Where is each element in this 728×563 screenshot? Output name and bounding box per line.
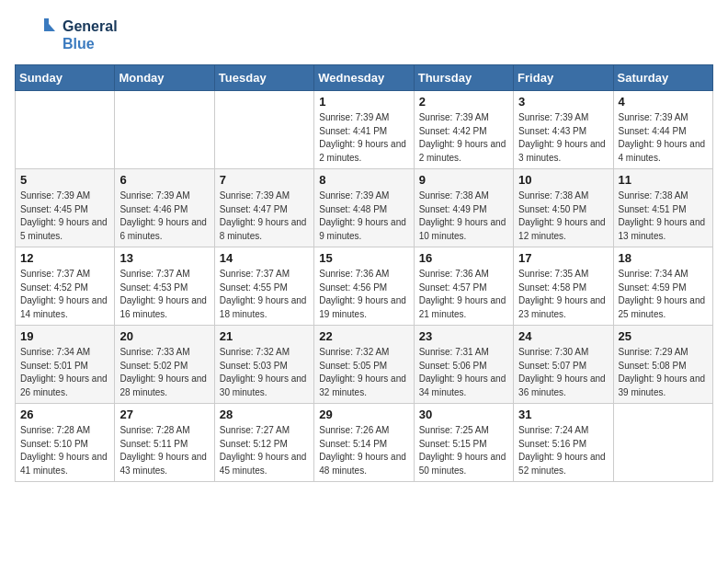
calendar-cell: 20Sunrise: 7:33 AM Sunset: 5:02 PM Dayli… xyxy=(115,326,214,404)
calendar-cell: 8Sunrise: 7:39 AM Sunset: 4:48 PM Daylig… xyxy=(314,169,414,247)
day-number: 19 xyxy=(20,329,109,343)
day-info: Sunrise: 7:32 AM Sunset: 5:03 PM Dayligh… xyxy=(220,346,309,399)
calendar-cell: 26Sunrise: 7:28 AM Sunset: 5:10 PM Dayli… xyxy=(16,404,115,482)
day-info: Sunrise: 7:27 AM Sunset: 5:12 PM Dayligh… xyxy=(220,424,309,477)
weekday-header-sunday: Sunday xyxy=(16,65,115,91)
svg-rect-1 xyxy=(44,18,49,31)
calendar-cell: 18Sunrise: 7:34 AM Sunset: 4:59 PM Dayli… xyxy=(613,247,712,326)
calendar-cell: 30Sunrise: 7:25 AM Sunset: 5:15 PM Dayli… xyxy=(414,404,513,482)
calendar-cell: 24Sunrise: 7:30 AM Sunset: 5:07 PM Dayli… xyxy=(514,326,613,404)
day-info: Sunrise: 7:34 AM Sunset: 4:59 PM Dayligh… xyxy=(619,268,708,321)
calendar-cell: 31Sunrise: 7:24 AM Sunset: 5:16 PM Dayli… xyxy=(514,404,613,482)
day-number: 25 xyxy=(619,329,708,343)
calendar-cell: 15Sunrise: 7:36 AM Sunset: 4:56 PM Dayli… xyxy=(314,247,414,326)
day-info: Sunrise: 7:39 AM Sunset: 4:46 PM Dayligh… xyxy=(119,190,209,243)
day-info: Sunrise: 7:39 AM Sunset: 4:44 PM Dayligh… xyxy=(619,111,708,165)
week-row-1: 1Sunrise: 7:39 AM Sunset: 4:41 PM Daylig… xyxy=(16,91,713,169)
weekday-header-friday: Friday xyxy=(514,65,613,91)
calendar-cell: 1Sunrise: 7:39 AM Sunset: 4:41 PM Daylig… xyxy=(314,91,414,169)
day-number: 1 xyxy=(319,95,408,109)
day-info: Sunrise: 7:39 AM Sunset: 4:42 PM Dayligh… xyxy=(419,111,508,165)
day-info: Sunrise: 7:36 AM Sunset: 4:56 PM Dayligh… xyxy=(319,268,408,321)
calendar-cell: 25Sunrise: 7:29 AM Sunset: 5:08 PM Dayli… xyxy=(613,326,712,404)
day-info: Sunrise: 7:39 AM Sunset: 4:43 PM Dayligh… xyxy=(518,111,608,165)
calendar-cell: 17Sunrise: 7:35 AM Sunset: 4:58 PM Dayli… xyxy=(514,247,613,326)
day-number: 16 xyxy=(419,251,508,265)
day-number: 24 xyxy=(518,329,608,343)
page-header: GeneralBlue xyxy=(15,15,713,55)
weekday-header-thursday: Thursday xyxy=(414,65,513,91)
day-number: 31 xyxy=(518,408,608,421)
day-number: 2 xyxy=(419,95,508,109)
day-info: Sunrise: 7:31 AM Sunset: 5:06 PM Dayligh… xyxy=(419,346,508,399)
calendar-cell: 19Sunrise: 7:34 AM Sunset: 5:01 PM Dayli… xyxy=(16,326,115,404)
day-number: 12 xyxy=(20,251,109,265)
day-number: 23 xyxy=(419,329,508,343)
week-row-3: 12Sunrise: 7:37 AM Sunset: 4:52 PM Dayli… xyxy=(16,247,713,326)
calendar-cell: 5Sunrise: 7:39 AM Sunset: 4:45 PM Daylig… xyxy=(16,169,115,247)
day-info: Sunrise: 7:39 AM Sunset: 4:45 PM Dayligh… xyxy=(20,190,109,243)
calendar-table: SundayMondayTuesdayWednesdayThursdayFrid… xyxy=(15,64,713,482)
calendar-cell: 4Sunrise: 7:39 AM Sunset: 4:44 PM Daylig… xyxy=(613,91,712,169)
day-info: Sunrise: 7:37 AM Sunset: 4:52 PM Dayligh… xyxy=(20,268,109,321)
day-number: 18 xyxy=(619,251,708,265)
weekday-header-monday: Monday xyxy=(115,65,214,91)
calendar-cell: 10Sunrise: 7:38 AM Sunset: 4:50 PM Dayli… xyxy=(514,169,613,247)
day-info: Sunrise: 7:39 AM Sunset: 4:47 PM Dayligh… xyxy=(220,190,309,243)
calendar-cell: 6Sunrise: 7:39 AM Sunset: 4:46 PM Daylig… xyxy=(115,169,214,247)
day-number: 28 xyxy=(220,408,309,421)
day-info: Sunrise: 7:38 AM Sunset: 4:50 PM Dayligh… xyxy=(518,190,608,243)
day-number: 15 xyxy=(319,251,408,265)
day-number: 5 xyxy=(20,173,109,187)
calendar-cell: 7Sunrise: 7:39 AM Sunset: 4:47 PM Daylig… xyxy=(214,169,313,247)
day-info: Sunrise: 7:26 AM Sunset: 5:14 PM Dayligh… xyxy=(319,424,408,477)
calendar-cell: 12Sunrise: 7:37 AM Sunset: 4:52 PM Dayli… xyxy=(16,247,115,326)
day-info: Sunrise: 7:38 AM Sunset: 4:51 PM Dayligh… xyxy=(619,190,708,243)
day-info: Sunrise: 7:37 AM Sunset: 4:53 PM Dayligh… xyxy=(119,268,209,321)
day-info: Sunrise: 7:33 AM Sunset: 5:02 PM Dayligh… xyxy=(119,346,209,399)
calendar-cell: 23Sunrise: 7:31 AM Sunset: 5:06 PM Dayli… xyxy=(414,326,513,404)
day-number: 11 xyxy=(619,173,708,187)
day-number: 6 xyxy=(119,173,209,187)
week-row-2: 5Sunrise: 7:39 AM Sunset: 4:45 PM Daylig… xyxy=(16,169,713,247)
day-info: Sunrise: 7:28 AM Sunset: 5:10 PM Dayligh… xyxy=(20,424,109,477)
day-info: Sunrise: 7:35 AM Sunset: 4:58 PM Dayligh… xyxy=(518,268,608,321)
day-number: 4 xyxy=(619,95,708,109)
day-info: Sunrise: 7:39 AM Sunset: 4:41 PM Dayligh… xyxy=(319,111,408,165)
calendar-cell xyxy=(613,404,712,482)
day-number: 22 xyxy=(319,329,408,343)
day-number: 20 xyxy=(119,329,209,343)
day-number: 13 xyxy=(119,251,209,265)
weekday-header-tuesday: Tuesday xyxy=(214,65,313,91)
day-number: 29 xyxy=(319,408,408,421)
day-number: 14 xyxy=(220,251,309,265)
calendar-cell xyxy=(214,91,313,169)
day-number: 26 xyxy=(20,408,109,421)
calendar-cell: 16Sunrise: 7:36 AM Sunset: 4:57 PM Dayli… xyxy=(414,247,513,326)
day-number: 9 xyxy=(419,173,508,187)
calendar-cell: 2Sunrise: 7:39 AM Sunset: 4:42 PM Daylig… xyxy=(414,91,513,169)
calendar-cell: 3Sunrise: 7:39 AM Sunset: 4:43 PM Daylig… xyxy=(514,91,613,169)
weekday-header-wednesday: Wednesday xyxy=(314,65,414,91)
calendar-cell: 28Sunrise: 7:27 AM Sunset: 5:12 PM Dayli… xyxy=(214,404,313,482)
day-info: Sunrise: 7:24 AM Sunset: 5:16 PM Dayligh… xyxy=(518,424,608,477)
day-number: 7 xyxy=(220,173,309,187)
day-number: 8 xyxy=(319,173,408,187)
day-info: Sunrise: 7:25 AM Sunset: 5:15 PM Dayligh… xyxy=(419,424,508,477)
logo-general: General xyxy=(63,17,118,35)
day-info: Sunrise: 7:34 AM Sunset: 5:01 PM Dayligh… xyxy=(20,346,109,399)
calendar-cell: 14Sunrise: 7:37 AM Sunset: 4:55 PM Dayli… xyxy=(214,247,313,326)
logo-icon xyxy=(15,15,59,55)
day-info: Sunrise: 7:29 AM Sunset: 5:08 PM Dayligh… xyxy=(619,346,708,399)
week-row-5: 26Sunrise: 7:28 AM Sunset: 5:10 PM Dayli… xyxy=(16,404,713,482)
day-number: 30 xyxy=(419,408,508,421)
calendar-cell: 22Sunrise: 7:32 AM Sunset: 5:05 PM Dayli… xyxy=(314,326,414,404)
weekday-header-saturday: Saturday xyxy=(613,65,712,91)
day-number: 27 xyxy=(119,408,209,421)
logo-blue: Blue xyxy=(63,35,118,52)
day-number: 10 xyxy=(518,173,608,187)
calendar-cell: 27Sunrise: 7:28 AM Sunset: 5:11 PM Dayli… xyxy=(115,404,214,482)
calendar-cell xyxy=(16,91,115,169)
day-info: Sunrise: 7:32 AM Sunset: 5:05 PM Dayligh… xyxy=(319,346,408,399)
calendar-cell: 11Sunrise: 7:38 AM Sunset: 4:51 PM Dayli… xyxy=(613,169,712,247)
